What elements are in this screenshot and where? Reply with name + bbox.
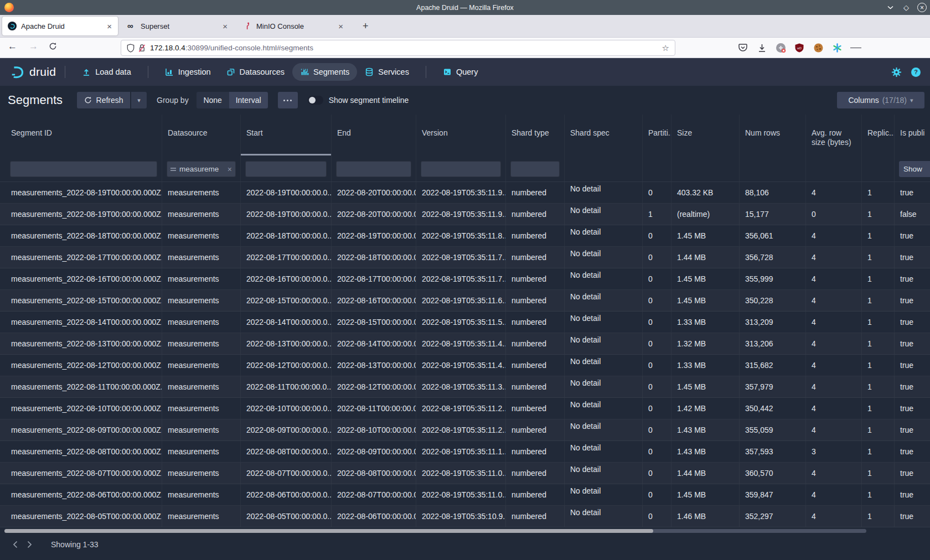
druid-logo[interactable]: druid [10,65,56,80]
table-cell[interactable]: 4 [806,419,862,440]
table-cell[interactable]: 356,728 [740,247,806,268]
horizontal-scrollbar-track[interactable] [4,529,866,533]
table-cell[interactable]: 350,442 [740,398,806,419]
tab-superset[interactable]: ∞ Superset × [122,17,234,35]
boolean-filter-select[interactable]: Show [899,161,930,177]
new-tab-button[interactable]: + [358,19,373,33]
table-cell[interactable]: 2022-08-19T05:35:11.2... [416,419,506,440]
table-cell[interactable]: measurements [162,376,241,397]
table-cell[interactable]: 355,059 [740,419,806,440]
table-cell[interactable]: 1.45 MB [671,225,740,246]
table-cell[interactable]: 1.44 MB [671,247,740,268]
table-cell[interactable]: 2022-08-19T05:35:11.9... [416,182,506,203]
table-cell[interactable]: numbered [506,376,565,397]
window-minimize-button[interactable] [885,3,895,13]
table-cell[interactable]: measurements_2022-08-07T00:00:00.000Z... [0,463,162,484]
table-cell[interactable]: 4 [806,463,862,484]
table-cell[interactable]: measurements [162,312,241,333]
table-cell[interactable]: true [895,312,930,333]
table-cell[interactable]: 2022-08-16T00:00:00.0... [332,290,416,311]
table-cell[interactable]: true [895,484,930,505]
back-button[interactable]: ← [8,41,17,52]
table-cell[interactable]: measurements [162,441,241,462]
table-cell[interactable]: 1 [862,376,895,397]
table-cell[interactable]: 0 [643,225,671,246]
table-row[interactable]: measurements_2022-08-15T00:00:00.000Z...… [0,290,930,312]
table-cell[interactable]: measurements [162,333,241,354]
column-header[interactable]: Partiti... [643,115,671,155]
table-cell[interactable]: numbered [506,225,565,246]
pocket-icon[interactable] [737,44,748,52]
table-cell[interactable]: 4 [806,225,862,246]
table-cell[interactable]: 1 [862,268,895,289]
table-cell[interactable]: No detail [565,290,643,311]
asterisk-extension-icon[interactable] [831,43,843,53]
table-cell[interactable]: 1 [643,204,671,225]
table-cell[interactable]: numbered [506,419,565,440]
table-cell[interactable]: measurements_2022-08-17T00:00:00.000Z... [0,247,162,268]
column-header[interactable]: Datasource [162,115,241,155]
table-cell[interactable]: 2022-08-11T00:00:00.0... [241,376,332,397]
table-cell[interactable]: 1 [862,182,895,203]
table-cell[interactable]: 2022-08-19T00:00:00.0... [241,204,332,225]
table-cell[interactable]: 0 [643,484,671,505]
table-cell[interactable]: false [895,204,930,225]
table-cell[interactable]: numbered [506,506,565,527]
table-cell[interactable]: 1 [862,441,895,462]
table-row[interactable]: measurements_2022-08-19T00:00:00.000Z...… [0,204,930,225]
table-cell[interactable]: 4 [806,333,862,354]
downloads-icon[interactable] [756,44,767,53]
table-cell[interactable]: 1 [862,333,895,354]
table-cell[interactable]: 360,570 [740,463,806,484]
table-cell[interactable]: numbered [506,484,565,505]
table-cell[interactable]: 1.43 MB [671,419,740,440]
column-header[interactable]: Shard spec [565,115,643,155]
table-cell[interactable]: 4 [806,268,862,289]
table-cell[interactable]: measurements_2022-08-19T00:00:00.000Z... [0,182,162,203]
table-cell[interactable]: 2022-08-19T00:00:00.0... [241,182,332,203]
table-cell[interactable]: 1 [862,247,895,268]
table-cell[interactable]: 1 [862,204,895,225]
menu-hamburger-icon[interactable] [850,46,861,50]
table-row[interactable]: measurements_2022-08-19T00:00:00.000Z...… [0,182,930,204]
table-cell[interactable]: (realtime) [671,204,740,225]
remove-filter-icon[interactable]: × [228,165,232,174]
table-cell[interactable]: 355,999 [740,268,806,289]
table-row[interactable]: measurements_2022-08-13T00:00:00.000Z...… [0,333,930,355]
table-cell[interactable]: 0 [643,463,671,484]
forward-button[interactable]: → [29,41,38,52]
nav-item-ingestion[interactable]: Ingestion [157,63,219,81]
table-cell[interactable]: No detail [565,506,643,527]
column-filter-input[interactable] [336,161,411,177]
table-cell[interactable]: 0 [806,204,862,225]
table-cell[interactable]: 357,979 [740,376,806,397]
column-header[interactable]: Avg. row size (bytes) [806,115,862,155]
table-cell[interactable]: numbered [506,247,565,268]
table-cell[interactable]: 1 [862,484,895,505]
table-cell[interactable]: 359,847 [740,484,806,505]
table-cell[interactable]: 4 [806,290,862,311]
table-cell[interactable]: 0 [643,441,671,462]
table-cell[interactable]: measurements_2022-08-14T00:00:00.000Z... [0,312,162,333]
table-cell[interactable]: 2022-08-15T00:00:00.0... [332,312,416,333]
table-cell[interactable]: true [895,419,930,440]
table-cell[interactable]: 2022-08-14T00:00:00.0... [241,312,332,333]
nav-item-datasources[interactable]: Datasources [219,63,292,81]
table-cell[interactable]: measurements [162,419,241,440]
table-cell[interactable]: measurements_2022-08-15T00:00:00.000Z... [0,290,162,311]
table-cell[interactable]: 1.45 MB [671,484,740,505]
table-cell[interactable]: 2022-08-06T00:00:00.0... [241,484,332,505]
table-cell[interactable]: 2022-08-20T00:00:00.0... [332,182,416,203]
table-cell[interactable]: numbered [506,355,565,376]
table-cell[interactable]: 4 [806,247,862,268]
table-cell[interactable]: 2022-08-19T05:35:11.3... [416,376,506,397]
table-cell[interactable]: 0 [643,268,671,289]
table-cell[interactable]: No detail [565,419,643,440]
table-cell[interactable]: 0 [643,376,671,397]
table-cell[interactable]: 2022-08-19T05:35:11.9... [416,204,506,225]
table-cell[interactable]: 2022-08-08T00:00:00.0... [332,463,416,484]
column-header[interactable]: Is publi [895,115,930,155]
table-cell[interactable]: true [895,398,930,419]
table-cell[interactable]: 2022-08-12T00:00:00.0... [241,355,332,376]
table-cell[interactable]: 313,209 [740,312,806,333]
